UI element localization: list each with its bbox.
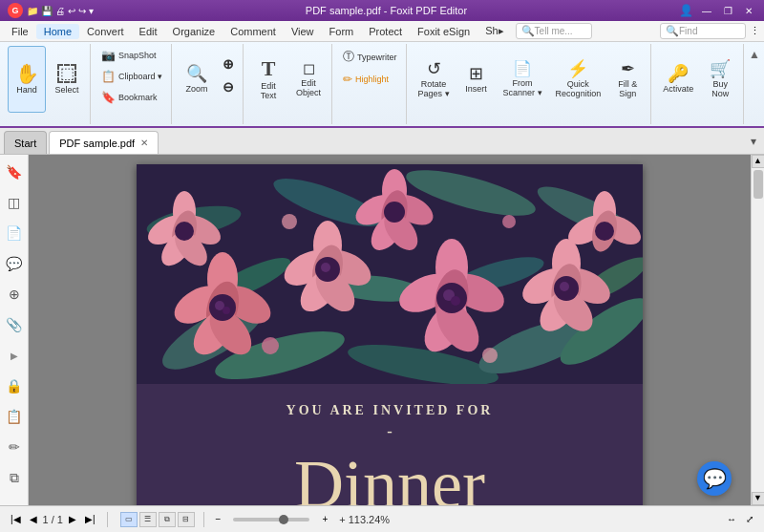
sidebar-docinfo-icon[interactable]: 📋 <box>3 405 26 428</box>
edit-text-button[interactable]: T EditText <box>249 46 287 113</box>
menu-protect[interactable]: Protect <box>361 24 410 39</box>
pdf-tab[interactable]: PDF sample.pdf ✕ <box>49 131 159 154</box>
typewriter-button[interactable]: Ⓣ Typewriter <box>338 46 402 68</box>
menu-home[interactable]: Home <box>36 24 79 39</box>
tab-dropdown-button[interactable]: ▾ <box>747 133 760 150</box>
menu-file[interactable]: File <box>4 24 36 39</box>
last-page-button[interactable]: ▶| <box>82 513 98 525</box>
fill-sign-button[interactable]: ✒ Fill &Sign <box>608 46 647 113</box>
clipboard-col: 📷 SnapShot 📋 Clipboard ▾ 🔖 Bookmark <box>96 46 167 107</box>
scanner-button[interactable]: 📄 FromScanner ▾ <box>498 46 548 113</box>
activate-button[interactable]: 🔑 Activate <box>657 46 699 113</box>
title-bar-left: G 📁 💾 🖨 ↩ ↪ ▾ <box>8 3 94 18</box>
edit-object-button[interactable]: ◻ EditObject <box>289 46 328 113</box>
invited-text: YOU ARE INVITED FOR <box>175 403 605 418</box>
menu-foxiteSign[interactable]: Foxit eSign <box>410 24 478 39</box>
continuous-facing-button[interactable]: ⊟ <box>178 512 195 527</box>
file-icon[interactable]: 📁 <box>27 6 38 16</box>
pages-group: ↺ RotatePages ▾ ⊞ Insert 📄 FromScanner ▾… <box>409 44 652 124</box>
first-page-button[interactable]: |◀ <box>8 513 24 525</box>
zoom-out-status-button[interactable]: − <box>213 513 224 525</box>
insert-button[interactable]: ⊞ Insert <box>457 46 496 113</box>
minimize-button[interactable]: — <box>699 4 714 17</box>
quick-recognition-button[interactable]: ⚡ QuickRecognition <box>550 46 607 113</box>
ribbon-collapse[interactable]: ▲ <box>749 44 760 124</box>
snapshot-button[interactable]: 📷 SnapShot <box>96 46 167 65</box>
zoom-in-status-button[interactable]: + <box>319 513 330 525</box>
pdf-tab-close[interactable]: ✕ <box>140 138 148 148</box>
prev-page-button[interactable]: ◀ <box>27 513 40 525</box>
restore-button[interactable]: ❐ <box>720 4 735 17</box>
zoom-button[interactable]: 🔍 Zoom <box>178 46 216 113</box>
flower-area <box>137 164 643 384</box>
sidebar-stack-icon[interactable]: ⊕ <box>3 283 26 306</box>
svg-point-61 <box>384 202 405 223</box>
highlight-icon: ✏ <box>343 73 352 86</box>
foxit-chat-button[interactable]: 💬 <box>697 461 732 496</box>
typewriter-col: Ⓣ Typewriter ✏ Highlight <box>338 46 402 89</box>
window-controls: 👤 — ❐ ✕ <box>679 4 756 17</box>
undo-icon[interactable]: ↩ <box>68 6 75 16</box>
menu-view[interactable]: View <box>284 24 322 39</box>
facing-page-button[interactable]: ⧉ <box>159 512 176 527</box>
close-button[interactable]: ✕ <box>741 4 756 17</box>
redo-icon[interactable]: ↪ <box>78 6 86 16</box>
svg-point-69 <box>262 337 279 354</box>
search-box[interactable]: 🔍 Find <box>660 23 746 39</box>
menu-form[interactable]: Form <box>322 24 362 39</box>
start-tab[interactable]: Start <box>4 131 47 154</box>
clipboard-button[interactable]: 📋 Clipboard ▾ <box>96 67 167 86</box>
buy-now-button[interactable]: 🛒 BuyNow <box>701 46 739 113</box>
menu-share[interactable]: Sh▸ <box>478 23 511 39</box>
title-bar-icons: 📁 💾 🖨 ↩ ↪ ▾ <box>27 6 94 16</box>
vertical-scrollbar[interactable]: ▲ ▼ <box>751 155 764 505</box>
edit-text-label: EditText <box>261 81 277 100</box>
dash-text: - <box>175 422 605 442</box>
single-page-button[interactable]: ▭ <box>120 512 138 527</box>
status-right: ↔ ⤢ <box>724 513 756 525</box>
zoom-out-button[interactable]: ⊖ <box>218 76 239 97</box>
sidebar-expand-icon[interactable]: ▶ <box>3 344 26 367</box>
menu-organize[interactable]: Organize <box>165 24 223 39</box>
save-icon[interactable]: 💾 <box>41 6 53 16</box>
find-icon: 🔍 <box>666 25 679 37</box>
sidebar-lock-icon[interactable]: 🔒 <box>3 374 26 397</box>
sidebar-layers-icon[interactable]: ◫ <box>3 191 26 214</box>
scroll-down-button[interactable]: ▼ <box>752 492 765 505</box>
fit-page-button[interactable]: ⤢ <box>743 513 756 525</box>
menu-extra[interactable]: ⋮ <box>750 25 760 37</box>
continuous-page-button[interactable]: ☰ <box>139 512 157 527</box>
menu-comment[interactable]: Comment <box>223 24 284 39</box>
bookmark-button[interactable]: 🔖 Bookmark <box>96 88 167 107</box>
menu-edit[interactable]: Edit <box>132 24 165 39</box>
menu-convert[interactable]: Convert <box>79 24 132 39</box>
sidebar-bookmark-icon[interactable]: 🔖 <box>3 160 26 183</box>
sidebar-copy-icon[interactable]: ⧉ <box>3 466 26 489</box>
hand-button[interactable]: ✋ Hand <box>8 46 46 113</box>
fit-width-button[interactable]: ↔ <box>724 513 739 525</box>
sidebar-edit2-icon[interactable]: ✏ <box>3 436 26 458</box>
rotate-pages-icon: ↺ <box>427 60 441 77</box>
zoom-thumb[interactable] <box>279 515 288 524</box>
left-sidebar: 🔖 ◫ 📄 💬 ⊕ 📎 ▶ 🔒 📋 ✏ ⧉ <box>0 155 29 505</box>
sidebar-pages-icon[interactable]: 📄 <box>3 222 26 245</box>
print-icon[interactable]: 🖨 <box>55 6 65 16</box>
select-button[interactable]: ⬚ Select <box>48 46 86 113</box>
sidebar-comment-icon[interactable]: 💬 <box>3 252 26 275</box>
license-group: 🔑 Activate 🛒 BuyNow <box>653 44 744 124</box>
zoom-in-button[interactable]: ⊕ <box>218 53 239 74</box>
scroll-thumb[interactable] <box>753 170 763 199</box>
ribbon-collapse-icon[interactable]: ▲ <box>749 48 760 61</box>
title-text: PDF sample.pdf - Foxit PDF Editor <box>94 5 679 16</box>
user-icon[interactable]: 👤 <box>679 4 693 17</box>
rotate-pages-button[interactable]: ↺ RotatePages ▾ <box>413 46 456 113</box>
pdf-viewer[interactable]: YOU ARE INVITED FOR - Dinner 💬 <box>29 155 751 505</box>
zoom-slider[interactable] <box>233 518 309 521</box>
highlight-button[interactable]: ✏ Highlight <box>338 70 402 89</box>
scanner-icon: 📄 <box>513 61 532 76</box>
tell-me-box[interactable]: 🔍 Tell me... <box>516 23 592 39</box>
scroll-up-button[interactable]: ▲ <box>752 155 765 168</box>
next-page-button[interactable]: ▶ <box>66 513 79 525</box>
sidebar-attachment-icon[interactable]: 📎 <box>3 313 26 336</box>
svg-point-66 <box>595 222 614 241</box>
